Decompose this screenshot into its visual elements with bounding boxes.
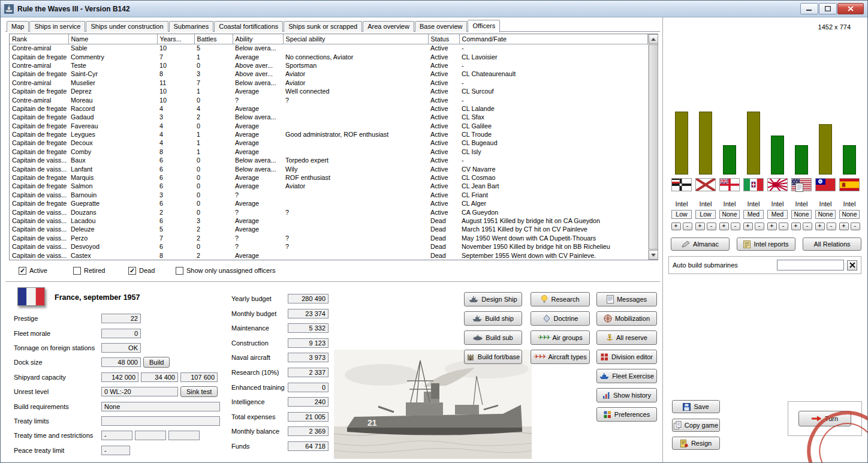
officer-row[interactable]: Capitain de fregateDecoux41AverageActive…	[10, 139, 647, 147]
resign-button[interactable]: Resign	[672, 437, 720, 450]
scroll-down-icon[interactable]	[649, 250, 658, 260]
aircraft-types-button[interactable]: ✈✈✈Aircraft types	[531, 350, 590, 364]
design-ship-button[interactable]: Design Ship	[464, 292, 522, 306]
intel-decrease-germany-button[interactable]: -	[683, 223, 692, 230]
title-bar[interactable]: Rule the Waves III - Version B142	[1, 1, 867, 17]
officer-row[interactable]: Capitain de fregateRaccord44AverageActiv…	[10, 104, 647, 113]
auto-build-clear-button[interactable]	[847, 260, 857, 270]
officer-row[interactable]: Capitain de vaiss...Douzans20??ActiveCA …	[10, 208, 647, 216]
officer-row[interactable]: Capitain de fregateDeprez101AverageWell …	[10, 87, 647, 95]
intel-increase-uk-button[interactable]: +	[719, 223, 729, 230]
intel-decrease-japan-button[interactable]: -	[779, 223, 788, 230]
officer-row[interactable]: Contre-amiralSable105Below avera...Activ…	[10, 44, 647, 52]
intel-decrease-uk-button[interactable]: -	[731, 223, 740, 230]
officer-row[interactable]: Capitain de vaiss...Perzo72??DeadMay 195…	[10, 234, 647, 242]
officer-row[interactable]: Capitain de fregateSalmon60AverageAviato…	[10, 182, 647, 190]
officer-row[interactable]: Capitain de fregateSaint-Cyr83Above aver…	[10, 70, 647, 78]
division-editor-button[interactable]: Division editor	[596, 350, 657, 364]
turn-button[interactable]: Turn	[798, 411, 851, 426]
build-fort-base-button[interactable]: Build fort/base	[464, 350, 522, 364]
intel-increase-italy-button[interactable]: +	[743, 223, 753, 230]
tab-submarines[interactable]: Submarines	[169, 21, 214, 32]
messages-button[interactable]: Messages	[596, 292, 657, 306]
intel-decrease-usa-button[interactable]: -	[803, 223, 812, 230]
intel-reports-button[interactable]: Intel reports	[737, 237, 795, 251]
filter-dead[interactable]: ✓Dead	[128, 267, 176, 275]
officer-row[interactable]: Contre-amiralMuselier117Below avera...Av…	[10, 79, 647, 87]
intel-increase-russia-button[interactable]: +	[695, 223, 705, 230]
column-header-battles[interactable]: Battles	[194, 34, 233, 44]
filter-active[interactable]: ✓Active	[19, 267, 73, 275]
officer-row[interactable]: Capitain de vaiss...Barnouin30?ActiveCL …	[10, 191, 647, 199]
intel-increase-japan-button[interactable]: +	[767, 223, 777, 230]
column-header-status[interactable]: Status	[428, 34, 459, 44]
intel-increase-usa-button[interactable]: +	[791, 223, 801, 230]
intel-report-marker-icon[interactable]	[795, 183, 803, 192]
intel-decrease-russia-button[interactable]: -	[707, 223, 716, 230]
officer-row[interactable]: Capitain de fregateFavereau40AverageActi…	[10, 122, 647, 130]
fleet-exercise-button[interactable]: Fleet Exercise	[596, 369, 657, 383]
checkbox-retired-icon[interactable]	[73, 267, 81, 275]
italy-flag-icon[interactable]	[743, 178, 764, 191]
scroll-up-icon[interactable]	[649, 34, 658, 44]
tab-ships-under-construction[interactable]: Ships under construction	[86, 21, 168, 32]
spain-flag-icon[interactable]	[839, 178, 860, 191]
scrollbar-thumb[interactable]	[649, 44, 658, 249]
japan-flag-icon[interactable]	[767, 178, 788, 191]
show-history-button[interactable]: Show history	[596, 388, 657, 402]
build-button[interactable]: Build	[143, 357, 170, 368]
officer-row[interactable]: Capitain de vaiss...Castex82AverageDeadS…	[10, 251, 647, 260]
tab-coastal-fortifications[interactable]: Coastal fortifications	[214, 21, 283, 32]
filter-retired[interactable]: Retired	[73, 267, 128, 275]
checkbox-active-icon[interactable]: ✓	[19, 267, 26, 275]
preferences-button[interactable]: Preferences	[596, 407, 657, 422]
officer-row[interactable]: Contre-amiralMoreau100??Active-	[10, 95, 647, 104]
tab-officers[interactable]: Officers	[468, 20, 500, 32]
copy-game-button[interactable]: Copy game	[672, 419, 720, 432]
filter-unassigned[interactable]: Show only unassigned officers	[176, 267, 275, 275]
uk-flag-icon[interactable]	[719, 178, 740, 191]
intel-increase-china-button[interactable]: +	[815, 223, 825, 230]
officer-row[interactable]: Capitain de fregateGuepratte60AverageAct…	[10, 199, 647, 208]
column-header-command-fate[interactable]: Command/Fate	[459, 34, 647, 44]
maximize-button[interactable]	[819, 3, 837, 14]
germany-flag-icon[interactable]	[671, 178, 692, 191]
all-relations-button[interactable]: All Relations	[803, 237, 861, 251]
tab-map[interactable]: Map	[7, 21, 29, 32]
minimize-button[interactable]	[800, 3, 818, 14]
mobilization-button[interactable]: Mobilization	[596, 311, 657, 326]
tab-area-overview[interactable]: Area overview	[363, 21, 414, 32]
officer-row[interactable]: Contre-amiralTeste100Above aver...Sports…	[10, 61, 647, 70]
almanac-button[interactable]: Almanac	[671, 237, 730, 251]
officer-row[interactable]: Capitain de vaiss...Lanfant60Below avera…	[10, 164, 647, 173]
air-groups-button[interactable]: ✈✈✈Air groups	[531, 330, 590, 345]
build-sub-button[interactable]: Build sub	[464, 330, 522, 345]
officer-row[interactable]: Capitain de vaiss...Baux60Below avera...…	[10, 156, 647, 164]
column-header-special-ability[interactable]: Special ability	[283, 34, 428, 44]
intel-increase-spain-button[interactable]: +	[839, 223, 849, 230]
checkbox-unassigned-icon[interactable]	[176, 267, 183, 275]
auto-build-combobox[interactable]	[777, 260, 844, 270]
table-scrollbar[interactable]	[648, 34, 658, 260]
china-flag-icon[interactable]	[815, 178, 836, 191]
close-button[interactable]	[837, 3, 864, 14]
save-button[interactable]: Save	[672, 400, 720, 413]
officer-row[interactable]: Capitain de fregateComby81AverageActiveC…	[10, 148, 647, 156]
column-header-years[interactable]: Years...	[157, 34, 194, 44]
officer-row[interactable]: Capitain de fregateCommentry71AverageNo …	[10, 52, 647, 61]
intel-increase-germany-button[interactable]: +	[671, 223, 681, 230]
doctrine-button[interactable]: Doctrine	[531, 311, 590, 326]
officer-row[interactable]: Capitain de fregateMarquis60AverageROF e…	[10, 173, 647, 182]
officer-row[interactable]: Capitain de vaiss...Desvoyod60??DeadNove…	[10, 242, 647, 251]
officer-row[interactable]: Capitain de vaiss...Deleuze52AverageDead…	[10, 225, 647, 233]
tab-base-overview[interactable]: Base overview	[415, 21, 468, 32]
sink-test-button[interactable]: Sink test	[180, 386, 218, 397]
officer-row[interactable]: Capitain de fregateLeygues41AverageGood …	[10, 130, 647, 139]
column-header-ability[interactable]: Ability	[233, 34, 283, 44]
tab-ships-in-service[interactable]: Ships in service	[29, 21, 85, 32]
officer-row[interactable]: Capitain de fregateGadaud32Below avera..…	[10, 113, 647, 121]
column-header-rank[interactable]: Rank	[10, 34, 68, 44]
build-ship-button[interactable]: Build ship	[464, 311, 522, 326]
tab-ships-sunk-or-scrapped[interactable]: Ships sunk or scrapped	[284, 21, 362, 32]
russia-flag-icon[interactable]	[695, 178, 716, 191]
